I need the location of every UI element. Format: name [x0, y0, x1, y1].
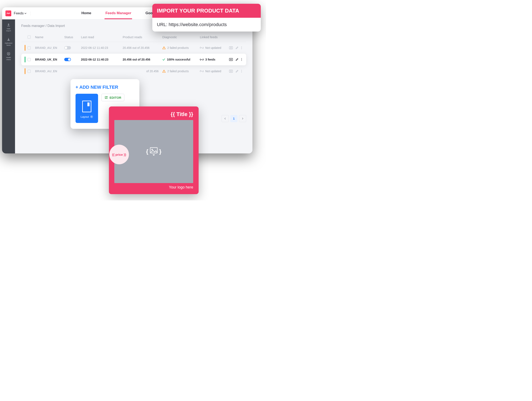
kebab-menu-icon[interactable]: [241, 70, 242, 73]
row-checkbox[interactable]: [28, 58, 31, 61]
table-row[interactable]: BRAND_AU_EN of 20.456 2 failed products …: [21, 65, 246, 77]
chevron-left-icon: [224, 117, 226, 120]
template-logo-placeholder: Your logo here: [114, 185, 193, 189]
table-header: Name Status Last read Product reads Diag…: [21, 32, 246, 42]
svg-rect-5: [229, 58, 233, 61]
pencil-icon[interactable]: [235, 58, 239, 61]
row-last-read: 2022-06-12 11:40:23: [81, 58, 123, 61]
row-checkbox[interactable]: [28, 70, 31, 73]
table-row[interactable]: BRAND_AU_EN 2022-06-12 11:40:23 20.456 o…: [21, 42, 246, 54]
row-product-reads: 20.456 out of 20.456: [123, 46, 162, 50]
template-image-area: { } {{ price }}: [114, 120, 193, 183]
svg-point-4: [241, 49, 242, 49]
tab-feeds-manager[interactable]: Feeds Manager: [105, 7, 132, 19]
shield-plus-icon: [7, 52, 10, 56]
kebab-menu-icon[interactable]: [241, 58, 242, 61]
col-status-header: Status: [64, 35, 81, 39]
external-link-icon: [105, 96, 108, 99]
sidebar-item-health-check[interactable]: Health check: [6, 52, 11, 61]
layout-page-icon: [82, 101, 91, 112]
row-product-reads: of 20.456: [123, 70, 162, 73]
eye-icon[interactable]: [229, 58, 233, 61]
row-name: BRAND_AU_EN: [35, 70, 64, 73]
pencil-icon[interactable]: [235, 46, 239, 50]
row-name: BRAND_UK_EN: [35, 58, 64, 61]
col-name-header: Name: [35, 35, 64, 39]
row-last-read: 2022-06-12 11:40:23: [81, 46, 123, 50]
row-linked-feeds: 3 feeds: [200, 58, 229, 61]
warning-triangle-icon: [162, 70, 166, 73]
svg-point-9: [241, 60, 242, 61]
select-all-checkbox[interactable]: [28, 35, 31, 39]
logo-wave-icon: [7, 12, 10, 14]
row-diagnostic: 2 failed products: [162, 70, 200, 73]
editor-button[interactable]: EDITOR: [101, 94, 124, 101]
row-diagnostic: 100% successful: [162, 58, 200, 61]
row-name: BRAND_AU_EN: [35, 46, 64, 50]
svg-point-2: [241, 46, 242, 47]
image-placeholder-icon: { }: [146, 147, 161, 156]
svg-point-1: [231, 47, 232, 48]
svg-point-13: [241, 71, 242, 71]
svg-rect-10: [229, 70, 233, 72]
pagination: 1: [222, 115, 246, 122]
editor-button-label: EDITOR: [109, 96, 121, 99]
link-broken-icon: [200, 46, 204, 49]
row-linked-feeds: Not updated: [200, 46, 229, 50]
feeds-dropdown[interactable]: Feeds: [14, 11, 31, 15]
download-icon: [7, 38, 10, 41]
status-bar-icon: [25, 45, 25, 51]
sidebar: Data import Optimized feeds Health check: [2, 19, 15, 153]
kebab-menu-icon[interactable]: [241, 46, 242, 49]
sidebar-item-optimized-feeds[interactable]: Optimized feeds: [5, 38, 12, 46]
eye-icon[interactable]: [229, 46, 233, 49]
tab-home[interactable]: Home: [81, 7, 92, 19]
import-data-card: IMPORT YOUR PRODUCT DATA URL: https://we…: [152, 4, 261, 32]
svg-point-7: [241, 58, 242, 59]
brand-logo: [6, 10, 11, 16]
row-linked-feeds: Not updated: [200, 70, 229, 73]
pencil-icon[interactable]: [235, 70, 239, 73]
col-reads-header: Product reads: [123, 35, 162, 39]
sidebar-item-label: Optimized feeds: [5, 42, 12, 46]
page-prev-button[interactable]: [222, 115, 229, 122]
imports-table: Name Status Last read Product reads Diag…: [21, 32, 246, 77]
price-placeholder-badge: {{ price }}: [109, 145, 129, 164]
sidebar-item-data-import[interactable]: Data import: [6, 23, 11, 32]
svg-point-12: [241, 70, 242, 71]
sidebar-item-label: Health check: [6, 57, 11, 61]
status-bar-icon: [25, 57, 25, 62]
check-icon: [162, 58, 165, 61]
plus-circle-icon: +: [90, 115, 93, 118]
import-card-title: IMPORT YOUR PRODUCT DATA: [152, 4, 261, 18]
chevron-right-icon: [242, 117, 243, 120]
svg-point-8: [241, 59, 242, 60]
status-toggle[interactable]: [64, 58, 71, 61]
layout-tile-label: Layout: [81, 115, 89, 118]
svg-point-6: [231, 59, 232, 60]
status-toggle[interactable]: [64, 46, 71, 50]
row-diagnostic: 2 failed products: [162, 46, 200, 50]
row-product-reads: 20.456 out of 20.456: [123, 58, 162, 61]
row-checkbox[interactable]: [28, 46, 31, 50]
add-filter-title[interactable]: + ADD NEW FILTER: [76, 84, 134, 90]
layout-tile[interactable]: Layout +: [76, 94, 98, 123]
eye-icon[interactable]: [229, 70, 233, 73]
svg-point-3: [241, 48, 242, 48]
nav-tabs: Home Feeds Manager Goog: [81, 7, 155, 19]
chevron-down-icon: [24, 13, 26, 14]
template-preview-card: {{ Title }} { } {{ price }} Your logo he…: [109, 106, 199, 194]
svg-rect-0: [229, 46, 233, 49]
link-icon: [200, 58, 204, 61]
template-title-placeholder: {{ Title }}: [114, 111, 193, 117]
import-card-url: URL: https://website.com/products: [152, 18, 261, 32]
page-next-button[interactable]: [239, 115, 246, 122]
svg-point-16: [152, 149, 153, 150]
page-number-button[interactable]: 1: [230, 115, 237, 122]
svg-point-11: [231, 71, 232, 72]
col-diag-header: Diagnostic: [162, 35, 200, 39]
sidebar-item-label: Data import: [6, 28, 11, 32]
status-bar-icon: [25, 68, 25, 74]
table-row[interactable]: BRAND_UK_EN 2022-06-12 11:40:23 20.456 o…: [21, 54, 246, 65]
link-broken-icon: [200, 70, 204, 73]
